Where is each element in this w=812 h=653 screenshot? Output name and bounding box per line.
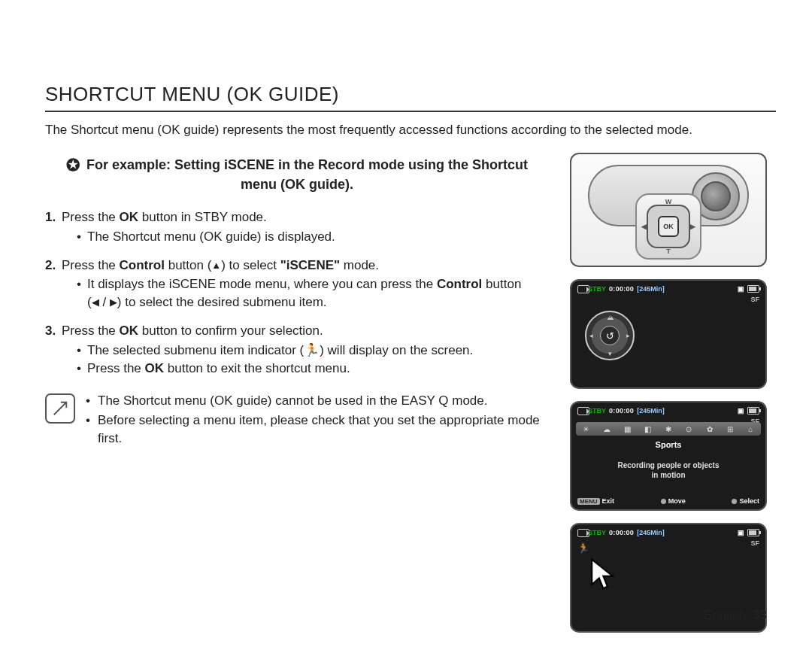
shortcut-wheel: ⛰▾◂▸ ↺ [585,311,635,360]
intro-text: The Shortcut menu (OK guide) represents … [45,123,776,138]
elapsed-time: 0:00:00 [609,407,634,415]
step-1-sub: The Shortcut menu (OK guide) is displaye… [77,228,549,246]
sf-label: SF [750,296,759,303]
note-2: Before selecting a menu item, please che… [86,412,549,448]
remaining-duration: [245Min] [637,285,665,293]
scene-icon: ✱ [663,424,674,434]
step-3-text: Press the OK button to confirm your sele… [62,323,323,338]
stby-label: STBY [588,529,606,536]
note-block: The Shortcut menu (OK guide) cannot be u… [45,392,549,448]
card-icon: ▣ [738,285,744,293]
select-hint: Select [732,497,759,505]
example-bullet-icon: ✪ [66,156,80,175]
example-line1: For example: Setting iSCENE in the Recor… [86,157,528,172]
step-3: 3. Press the OK button to confirm your s… [45,322,549,377]
scene-icon: ☁ [601,424,612,434]
scene-description: Recording people or objectsin motion [571,461,765,480]
camera-diagram: W T ◀ ▶ OK [570,153,767,267]
step-2-text: Press the Control button (▲) to select "… [62,258,379,272]
move-hint: Move [661,497,686,505]
scene-icon: ✿ [704,424,715,434]
elapsed-time: 0:00:00 [609,529,634,536]
scene-icon: ⊞ [725,424,735,434]
ok-button[interactable]: OK [658,216,679,237]
step-3-sub2: Press the OK button to exit the shortcut… [77,360,549,378]
step-3-sub1: The selected submenu item indicator (🏃) … [77,342,549,360]
lcd-screen-2: xx STBY 0:00:00 [245Min] ▣ SF ☀ ☁ ▦ ◧ ✱ … [570,401,767,511]
note-icon [45,393,75,424]
wheel-center-icon: ↺ [600,326,620,345]
lcd-screen-1: xx STBY 0:00:00 [245Min] ▣ SF ⛰▾◂▸ ↺ [570,279,767,389]
step-1: 1. Press the OK button in STBY mode. The… [45,208,549,246]
scene-icon: ⊙ [683,424,694,434]
step-2-sub: It displays the iSCENE mode menu, where … [77,275,549,311]
note-1: The Shortcut menu (OK guide) cannot be u… [86,392,549,410]
card-icon: ▣ [738,407,744,415]
battery-icon [747,285,759,293]
card-icon: ▣ [738,529,744,536]
stby-label: STBY [588,407,606,415]
step-2: 2. Press the Control button (▲) to selec… [45,257,549,311]
sf-label: SF [750,539,759,547]
example-line2: menu (OK guide). [241,177,353,192]
runner-indicator-icon: 🏃 [577,542,589,554]
left-triangle-icon: ◀ [92,297,99,307]
right-triangle-icon: ▶ [110,297,117,307]
scene-name: Sports [571,440,765,449]
scene-icon-bar: ☀ ☁ ▦ ◧ ✱ ⊙ ✿ ⊞ ⌂ [576,422,761,436]
pad-t-label: T [666,248,671,255]
pad-w-label: W [665,198,672,205]
scene-icon: ☀ [581,424,592,434]
scene-icon: ▦ [622,424,632,434]
pad-right-icon: ▶ [690,223,695,230]
battery-icon [747,407,759,415]
pad-left-icon: ◀ [641,223,647,230]
page-footer: English_33 [704,608,767,623]
step-1-text: Press the OK button in STBY mode. [62,210,267,224]
remaining-duration: [245Min] [637,407,665,415]
scene-icon: ◧ [643,424,653,434]
stby-label: STBY [588,285,606,293]
example-heading: ✪ For example: Setting iSCENE in the Rec… [45,153,549,193]
battery-icon [747,529,759,536]
elapsed-time: 0:00:00 [609,285,634,293]
page-title: SHORTCUT MENU (OK GUIDE) [45,83,776,106]
menu-exit-hint: MENUExit [577,497,614,505]
scene-icon: ⌂ [745,424,756,434]
remaining-duration: [245Min] [637,529,665,536]
control-pad: W T ◀ ▶ OK [635,193,701,260]
title-rule [45,111,776,112]
up-triangle-icon: ▲ [211,260,221,270]
pointer-cursor-icon [589,557,615,591]
runner-icon: 🏃 [304,343,320,357]
